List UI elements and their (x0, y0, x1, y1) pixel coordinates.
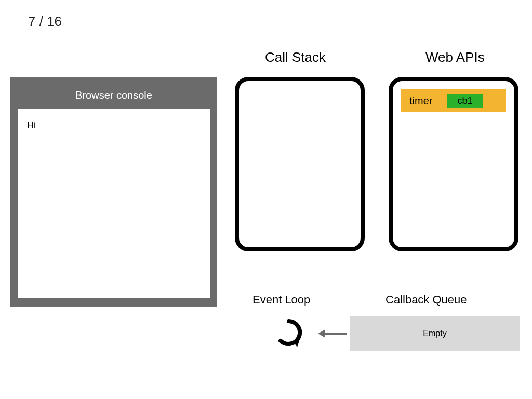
slide-counter: 7 / 16 (28, 14, 62, 30)
web-api-entry: timer cb1 (401, 89, 506, 112)
loop-icon (274, 318, 303, 347)
timer-label: timer (409, 95, 432, 107)
callback-queue-box: Empty (350, 316, 520, 351)
browser-console-title: Browser console (18, 84, 210, 109)
browser-console-panel: Browser console Hi (10, 77, 217, 307)
event-loop-title: Event Loop (252, 293, 310, 307)
web-apis-box: timer cb1 (389, 77, 518, 251)
call-stack-box (235, 77, 365, 251)
callback-badge: cb1 (447, 94, 483, 108)
callback-queue-title: Callback Queue (385, 293, 467, 307)
callback-queue-state: Empty (423, 329, 446, 338)
console-line: Hi (27, 120, 201, 131)
web-apis-title: Web APIs (425, 49, 485, 65)
browser-console-body: Hi (18, 109, 210, 298)
arrow-left-icon (318, 328, 347, 339)
call-stack-title: Call Stack (265, 49, 326, 65)
